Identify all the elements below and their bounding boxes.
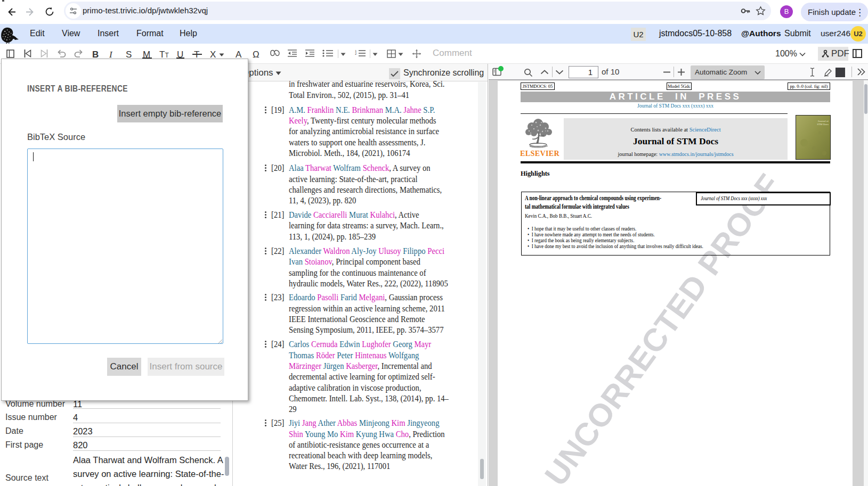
svg-text:2: 2: [355, 52, 357, 55]
